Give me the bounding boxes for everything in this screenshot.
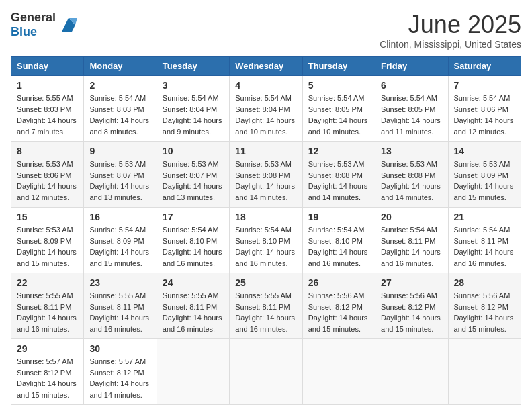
day-info: Sunrise: 5:54 AMSunset: 8:10 PMDaylight:…: [163, 224, 224, 269]
daylight: Daylight: 14 hours and 16 minutes.: [235, 248, 295, 267]
sunrise: Sunrise: 5:54 AM: [89, 226, 146, 234]
day-number: 9: [89, 146, 150, 156]
day-number: 15: [17, 212, 78, 222]
col-thursday: Thursday: [302, 57, 375, 76]
daylight: Daylight: 14 hours and 8 minutes.: [89, 116, 149, 136]
calendar-row-4: 22Sunrise: 5:55 AMSunset: 8:11 PMDayligh…: [11, 273, 521, 339]
daylight: Daylight: 14 hours and 13 minutes.: [89, 182, 149, 201]
sunrise: Sunrise: 5:54 AM: [89, 94, 146, 102]
daylight: Daylight: 14 hours and 11 minutes.: [381, 116, 441, 136]
month-title: June 2025: [380, 11, 521, 39]
daylight: Daylight: 14 hours and 16 minutes.: [308, 248, 368, 267]
calendar-cell: 21Sunrise: 5:54 AMSunset: 8:11 PMDayligh…: [448, 208, 521, 273]
day-number: 8: [17, 146, 78, 156]
logo-blue: Blue: [11, 25, 37, 38]
sunrise: Sunrise: 5:53 AM: [235, 160, 292, 168]
sunset: Sunset: 8:06 PM: [454, 105, 508, 113]
daylight: Daylight: 14 hours and 16 minutes.: [235, 314, 295, 333]
daylight: Daylight: 14 hours and 14 minutes.: [235, 182, 295, 201]
calendar-cell: 1Sunrise: 5:55 AMSunset: 8:03 PMDaylight…: [11, 76, 84, 142]
sunrise: Sunrise: 5:53 AM: [17, 226, 73, 234]
daylight: Daylight: 14 hours and 9 minutes.: [163, 116, 222, 136]
calendar-cell: 24Sunrise: 5:55 AMSunset: 8:11 PMDayligh…: [157, 273, 229, 339]
sunset: Sunset: 8:03 PM: [89, 105, 144, 113]
col-monday: Monday: [84, 57, 157, 76]
title-block: June 2025 Clinton, Mississippi, United S…: [380, 11, 521, 50]
daylight: Daylight: 14 hours and 14 minutes.: [381, 182, 441, 201]
calendar-cell: [302, 339, 375, 405]
day-number: 25: [235, 277, 296, 288]
sunrise: Sunrise: 5:53 AM: [308, 160, 365, 168]
calendar-cell: 29Sunrise: 5:57 AMSunset: 8:12 PMDayligh…: [11, 339, 84, 405]
calendar-cell: 19Sunrise: 5:54 AMSunset: 8:10 PMDayligh…: [302, 208, 375, 273]
day-info: Sunrise: 5:53 AMSunset: 8:06 PMDaylight:…: [17, 158, 78, 203]
calendar-cell: 14Sunrise: 5:53 AMSunset: 8:09 PMDayligh…: [448, 142, 521, 208]
calendar-cell: 23Sunrise: 5:55 AMSunset: 8:11 PMDayligh…: [84, 273, 157, 339]
day-info: Sunrise: 5:54 AMSunset: 8:04 PMDaylight:…: [163, 93, 224, 137]
sunrise: Sunrise: 5:55 AM: [17, 291, 73, 300]
calendar-cell: 15Sunrise: 5:53 AMSunset: 8:09 PMDayligh…: [11, 208, 84, 273]
calendar-cell: 17Sunrise: 5:54 AMSunset: 8:10 PMDayligh…: [157, 208, 229, 273]
sunrise: Sunrise: 5:55 AM: [17, 94, 73, 102]
day-number: 1: [17, 80, 78, 91]
calendar-cell: 11Sunrise: 5:53 AMSunset: 8:08 PMDayligh…: [230, 142, 302, 208]
sunrise: Sunrise: 5:56 AM: [454, 291, 511, 300]
calendar-cell: [448, 339, 521, 405]
sunrise: Sunrise: 5:53 AM: [89, 160, 146, 168]
sunset: Sunset: 8:05 PM: [381, 105, 435, 113]
day-number: 20: [381, 212, 442, 222]
sunset: Sunset: 8:12 PM: [17, 369, 71, 377]
calendar-cell: 2Sunrise: 5:54 AMSunset: 8:03 PMDaylight…: [84, 76, 157, 142]
day-info: Sunrise: 5:57 AMSunset: 8:12 PMDaylight:…: [89, 356, 150, 400]
day-info: Sunrise: 5:55 AMSunset: 8:03 PMDaylight:…: [17, 93, 78, 137]
day-number: 5: [308, 80, 369, 91]
calendar-row-1: 1Sunrise: 5:55 AMSunset: 8:03 PMDaylight…: [11, 76, 521, 142]
daylight: Daylight: 14 hours and 10 minutes.: [235, 116, 295, 136]
daylight: Daylight: 14 hours and 15 minutes.: [381, 314, 441, 333]
calendar-cell: 7Sunrise: 5:54 AMSunset: 8:06 PMDaylight…: [448, 76, 521, 142]
day-info: Sunrise: 5:54 AMSunset: 8:03 PMDaylight:…: [89, 93, 150, 137]
sunset: Sunset: 8:11 PM: [235, 303, 290, 311]
sunset: Sunset: 8:11 PM: [17, 303, 71, 311]
daylight: Daylight: 14 hours and 7 minutes.: [17, 116, 77, 136]
daylight: Daylight: 14 hours and 13 minutes.: [163, 182, 222, 201]
col-saturday: Saturday: [448, 57, 521, 76]
sunrise: Sunrise: 5:54 AM: [163, 94, 219, 102]
sunrise: Sunrise: 5:54 AM: [381, 94, 437, 102]
col-friday: Friday: [375, 57, 448, 76]
day-info: Sunrise: 5:54 AMSunset: 8:09 PMDaylight:…: [89, 224, 150, 269]
day-number: 4: [235, 80, 296, 91]
daylight: Daylight: 14 hours and 15 minutes.: [454, 314, 514, 333]
calendar-row-5: 29Sunrise: 5:57 AMSunset: 8:12 PMDayligh…: [11, 339, 521, 405]
day-number: 13: [381, 146, 442, 156]
day-number: 22: [17, 277, 78, 288]
sunset: Sunset: 8:12 PM: [381, 303, 435, 311]
day-info: Sunrise: 5:53 AMSunset: 8:09 PMDaylight:…: [454, 158, 515, 203]
day-info: Sunrise: 5:53 AMSunset: 8:07 PMDaylight:…: [163, 158, 224, 203]
daylight: Daylight: 14 hours and 14 minutes.: [308, 182, 368, 201]
day-info: Sunrise: 5:57 AMSunset: 8:12 PMDaylight:…: [17, 356, 78, 400]
sunrise: Sunrise: 5:57 AM: [17, 357, 73, 365]
day-number: 29: [17, 343, 78, 354]
day-number: 28: [454, 277, 515, 288]
daylight: Daylight: 14 hours and 15 minutes.: [454, 182, 514, 201]
logo-general: General: [11, 11, 56, 24]
sunset: Sunset: 8:11 PM: [454, 237, 508, 245]
day-number: 7: [454, 80, 515, 91]
sunrise: Sunrise: 5:56 AM: [381, 291, 437, 300]
sunrise: Sunrise: 5:56 AM: [308, 291, 365, 300]
day-info: Sunrise: 5:54 AMSunset: 8:11 PMDaylight:…: [381, 224, 442, 269]
col-sunday: Sunday: [11, 57, 84, 76]
sunset: Sunset: 8:07 PM: [89, 171, 144, 179]
daylight: Daylight: 14 hours and 16 minutes.: [381, 248, 441, 267]
sunrise: Sunrise: 5:55 AM: [163, 291, 219, 300]
sunset: Sunset: 8:08 PM: [381, 171, 435, 179]
sunset: Sunset: 8:11 PM: [381, 237, 435, 245]
sunset: Sunset: 8:12 PM: [308, 303, 363, 311]
day-number: 14: [454, 146, 515, 156]
calendar-cell: [157, 339, 229, 405]
daylight: Daylight: 14 hours and 15 minutes.: [308, 314, 368, 333]
calendar-cell: 30Sunrise: 5:57 AMSunset: 8:12 PMDayligh…: [84, 339, 157, 405]
col-wednesday: Wednesday: [230, 57, 302, 76]
sunrise: Sunrise: 5:55 AM: [89, 291, 146, 300]
